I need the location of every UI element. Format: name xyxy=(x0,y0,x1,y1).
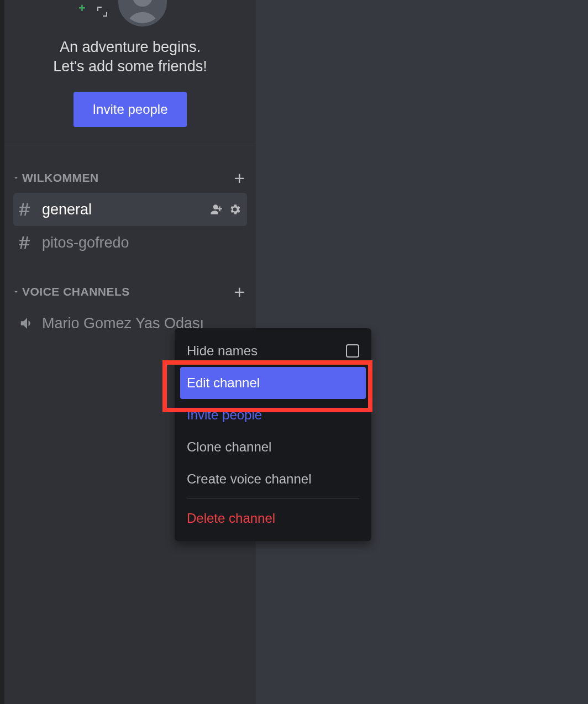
chevron-down-icon xyxy=(12,288,20,296)
category-wilkommen: WILKOMMEN + general xyxy=(4,169,256,259)
menu-item-label: Delete channel xyxy=(187,511,275,526)
menu-item-label: Hide names xyxy=(187,343,258,359)
welcome-line-2: Let's add some friends! xyxy=(13,57,247,76)
invite-people-button[interactable]: Invite people xyxy=(74,92,186,127)
menu-hide-names[interactable]: Hide names xyxy=(180,335,366,367)
hash-icon xyxy=(19,201,35,218)
channel-context-menu: Hide names Edit channel Invite people Cl… xyxy=(175,328,371,541)
channel-general[interactable]: general xyxy=(13,193,247,226)
menu-create-voice-channel[interactable]: Create voice channel xyxy=(180,463,366,495)
channel-name: general xyxy=(42,201,208,218)
avatar-row: + xyxy=(13,0,247,28)
category-label: WILKOMMEN xyxy=(22,171,230,185)
avatar-placeholder xyxy=(118,0,167,27)
category-header[interactable]: VOICE CHANNELS + xyxy=(9,282,251,301)
server-strip xyxy=(0,0,4,704)
channel-pitos-gofredo[interactable]: pitos-gofredo xyxy=(13,226,247,259)
menu-item-label: Invite people xyxy=(187,407,262,423)
menu-item-label: Clone channel xyxy=(187,439,271,455)
category-header[interactable]: WILKOMMEN + xyxy=(9,169,251,187)
plus-icon: + xyxy=(78,1,86,15)
chevron-down-icon xyxy=(12,174,20,182)
welcome-panel: + An adventure begins. Let's add some fr… xyxy=(4,0,256,145)
crop-icon xyxy=(97,7,107,17)
welcome-line-1: An adventure begins. xyxy=(13,38,247,57)
menu-invite-people[interactable]: Invite people xyxy=(180,399,366,431)
hash-icon xyxy=(19,234,35,251)
menu-item-label: Edit channel xyxy=(187,375,260,391)
gear-icon[interactable] xyxy=(228,202,242,217)
menu-clone-channel[interactable]: Clone channel xyxy=(180,431,366,463)
menu-delete-channel[interactable]: Delete channel xyxy=(180,502,366,534)
add-channel-button[interactable]: + xyxy=(230,169,248,187)
channel-list: general pitos-gofredo xyxy=(9,193,251,259)
menu-item-label: Create voice channel xyxy=(187,471,311,487)
create-invite-icon[interactable] xyxy=(208,202,223,217)
checkbox-icon[interactable] xyxy=(346,344,359,358)
channel-name: pitos-gofredo xyxy=(42,234,242,251)
add-channel-button[interactable]: + xyxy=(230,282,248,301)
welcome-text: An adventure begins. Let's add some frie… xyxy=(13,38,247,76)
menu-edit-channel[interactable]: Edit channel xyxy=(180,367,366,399)
speaker-icon xyxy=(19,315,35,332)
category-label: VOICE CHANNELS xyxy=(22,285,230,298)
menu-divider xyxy=(187,498,359,499)
